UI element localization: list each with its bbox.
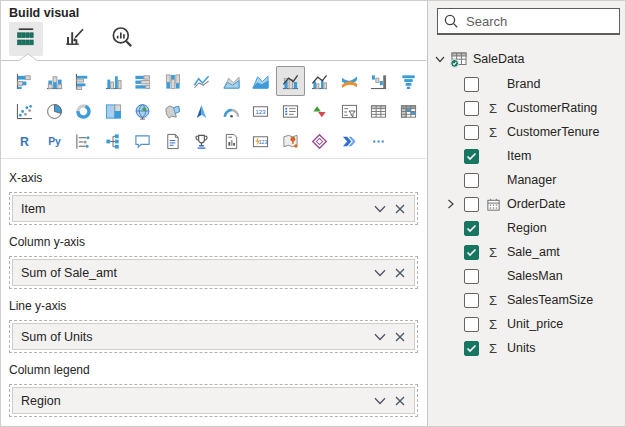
field-row-unit-price[interactable]: Σ Unit_price (428, 312, 626, 336)
visual-azure-map[interactable] (187, 96, 217, 126)
field-checkbox[interactable] (464, 101, 479, 116)
field-row-salesman[interactable]: SalesMan (428, 264, 626, 288)
metrics-icon (193, 133, 210, 150)
visual-smart-narrative[interactable] (158, 126, 188, 156)
chevron-down-icon[interactable] (374, 397, 386, 405)
field-name: Unit_price (507, 317, 563, 331)
tab-analytics[interactable] (105, 22, 139, 56)
visual-waterfall-chart[interactable] (364, 66, 394, 96)
field-well-line-y-axis[interactable]: Sum of Units (9, 320, 418, 353)
visual-pie-chart[interactable] (40, 96, 70, 126)
field-row-manager[interactable]: Manager (428, 168, 626, 192)
field-pill[interactable]: Region (12, 387, 415, 414)
visual-more-visuals[interactable] (364, 126, 394, 156)
visual-r-script-visual[interactable]: R (10, 126, 40, 156)
visual-map[interactable] (128, 96, 158, 126)
field-row-item[interactable]: Item (428, 144, 626, 168)
field-well-x-axis[interactable]: Item (9, 192, 418, 225)
chevron-down-icon[interactable] (435, 55, 445, 64)
field-checkbox[interactable] (464, 125, 479, 140)
field-row-region[interactable]: Region (428, 216, 626, 240)
field-checkbox[interactable] (464, 341, 479, 356)
visual-line-and-stacked-column-chart[interactable] (276, 66, 306, 96)
field-checkbox[interactable] (464, 293, 479, 308)
field-wells: X-axis Item Column y-axis Sum of Sale_am… (9, 161, 418, 420)
calendar-icon (485, 197, 501, 212)
visual-python-visual[interactable]: Py (40, 126, 70, 156)
table-icon (370, 103, 387, 120)
field-checkbox[interactable] (464, 221, 479, 236)
chevron-down-icon[interactable] (374, 205, 386, 213)
field-row-sale-amt[interactable]: Σ Sale_amt (428, 240, 626, 264)
sigma-icon: Σ (485, 293, 501, 308)
visual-matrix[interactable] (394, 96, 424, 126)
visual-line-and-clustered-column-chart[interactable] (305, 66, 335, 96)
chevron-down-icon[interactable] (374, 269, 386, 277)
remove-field-icon[interactable] (395, 396, 405, 406)
table-node-saledata[interactable]: SaleData (435, 49, 524, 69)
visual-stacked-column-chart[interactable] (40, 66, 70, 96)
chevron-down-icon[interactable] (374, 333, 386, 341)
tab-build-visual[interactable]: "+ ""+ " (9, 22, 43, 56)
visual-area-chart[interactable] (217, 66, 247, 96)
visual-funnel[interactable] (394, 66, 424, 96)
field-name: Region (507, 221, 547, 235)
visual-100-stacked-bar-chart[interactable] (128, 66, 158, 96)
visual-decomposition-tree[interactable] (99, 126, 129, 156)
field-row-customerrating[interactable]: Σ CustomerRating (428, 96, 626, 120)
search-box[interactable] (437, 8, 620, 35)
visual-100-stacked-column-chart[interactable] (158, 66, 188, 96)
remove-field-icon[interactable] (395, 268, 405, 278)
visual-multi-row-card[interactable] (276, 96, 306, 126)
visual-power-automate[interactable] (335, 126, 365, 156)
visual-slicer[interactable] (335, 96, 365, 126)
chevron-right-icon[interactable] (447, 195, 455, 213)
visual-stacked-bar-chart[interactable] (10, 66, 40, 96)
visual-scatter-chart[interactable] (10, 96, 40, 126)
visual-power-apps[interactable] (305, 126, 335, 156)
field-row-salesteamsize[interactable]: Σ SalesTeamSize (428, 288, 626, 312)
visual-kpi[interactable] (305, 96, 335, 126)
field-checkbox[interactable] (464, 317, 479, 332)
visual-card-new[interactable]: 123 (246, 126, 276, 156)
visual-clustered-column-chart[interactable] (99, 66, 129, 96)
field-well-column-legend[interactable]: Region (9, 384, 418, 417)
field-pill[interactable]: Item (12, 195, 415, 222)
visual-ribbon-chart[interactable] (335, 66, 365, 96)
q-and-a-icon (134, 133, 151, 150)
visual-treemap[interactable] (99, 96, 129, 126)
visual-key-influencers[interactable] (69, 126, 99, 156)
visual-q-and-a[interactable] (128, 126, 158, 156)
remove-field-icon[interactable] (395, 332, 405, 342)
field-well-column-y-axis[interactable]: Sum of Sale_amt (9, 256, 418, 289)
visual-line-chart[interactable] (187, 66, 217, 96)
field-checkbox[interactable] (464, 149, 479, 164)
field-row-orderdate[interactable]: OrderDate (428, 192, 626, 216)
visual-table[interactable] (364, 96, 394, 126)
field-pill[interactable]: Sum of Sale_amt (12, 259, 415, 286)
search-input[interactable] (464, 13, 613, 30)
field-row-brand[interactable]: Brand (428, 72, 626, 96)
field-checkbox[interactable] (464, 245, 479, 260)
visual-metrics[interactable] (187, 126, 217, 156)
field-checkbox[interactable] (464, 77, 479, 92)
more-visuals-icon (370, 133, 387, 150)
powerbi-build-pane: Build visual "+ ""+ " 123RPy123 X-axis I… (0, 0, 626, 427)
visual-gauge[interactable] (217, 96, 247, 126)
field-checkbox[interactable] (464, 269, 479, 284)
visual-card[interactable]: 123 (246, 96, 276, 126)
field-row-customertenure[interactable]: Σ CustomerTenure (428, 120, 626, 144)
visual-paginated-report[interactable] (217, 126, 247, 156)
field-checkbox[interactable] (464, 197, 479, 212)
field-checkbox[interactable] (464, 173, 479, 188)
visual-donut-chart[interactable] (69, 96, 99, 126)
field-row-units[interactable]: Σ Units (428, 336, 626, 360)
visual-stacked-area-chart[interactable] (246, 66, 276, 96)
field-pill[interactable]: Sum of Units (12, 323, 415, 350)
visual-filled-map[interactable] (158, 96, 188, 126)
tab-format-visual[interactable] (57, 22, 91, 56)
field-name: Manager (507, 173, 556, 187)
visual-clustered-bar-chart[interactable] (69, 66, 99, 96)
remove-field-icon[interactable] (395, 204, 405, 214)
visual-arcgis-maps[interactable] (276, 126, 306, 156)
